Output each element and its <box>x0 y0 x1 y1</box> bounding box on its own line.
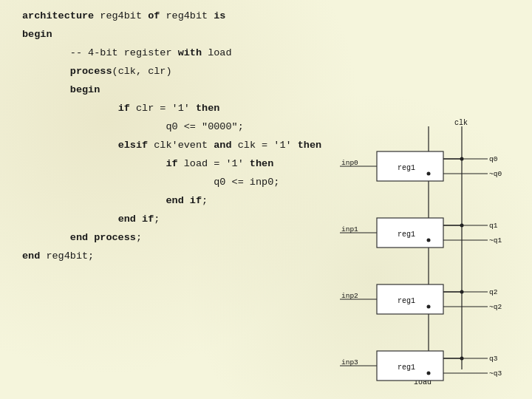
circuit-diagram: text { font-family: 'Courier New', monos… <box>340 115 517 381</box>
code-line-9: if load = '1' then <box>22 155 355 174</box>
code-line-7: q0 <= "0000"; <box>22 118 355 137</box>
svg-point-24 <box>460 290 464 294</box>
code-line-11: end if; <box>22 192 355 211</box>
code-line-5: begin <box>22 81 355 100</box>
code-line-8: elsif clk'event and clk = '1' then <box>22 137 355 155</box>
svg-point-23 <box>460 224 464 228</box>
inp2-label: inp2 <box>341 292 358 300</box>
code-line-10: q0 <= inp0; <box>22 174 355 192</box>
reg1-text-0: reg1 <box>398 164 415 172</box>
q2-label: q2 <box>489 288 498 296</box>
inp3-label: inp3 <box>341 358 358 366</box>
code-line-6: if clr = '1' then <box>22 100 355 118</box>
nq0-label: ~q0 <box>489 170 502 178</box>
svg-point-26 <box>427 172 431 176</box>
clk-label: clk <box>454 119 468 127</box>
svg-point-22 <box>460 157 464 161</box>
reg1-text-1: reg1 <box>398 231 415 239</box>
reg1-text-3: reg1 <box>398 364 415 372</box>
code-line-12: end if; <box>22 211 355 229</box>
code-line-14: end reg4bit; <box>22 248 355 266</box>
reg1-text-2: reg1 <box>398 297 415 305</box>
code-line-4: process(clk, clr) <box>22 63 355 81</box>
nq1-label: ~q1 <box>489 236 502 245</box>
code-line-2: begin <box>22 26 355 44</box>
code-line-3: -- 4-bit register with load <box>22 44 355 63</box>
inp1-label: inp1 <box>341 225 358 233</box>
q0-label: q0 <box>489 155 498 163</box>
svg-point-29 <box>427 372 431 375</box>
svg-point-27 <box>427 239 431 242</box>
circuit-svg: text { font-family: 'Courier New', monos… <box>340 115 517 388</box>
inp0-label: inp0 <box>341 159 358 167</box>
code-line-13: end process; <box>22 229 355 248</box>
svg-point-25 <box>460 357 464 361</box>
nq2-label: ~q2 <box>489 303 502 311</box>
nq3-label: ~q3 <box>489 369 502 378</box>
svg-point-28 <box>427 305 431 309</box>
code-panel: architecture reg4bit of reg4bit is begin… <box>22 7 355 266</box>
q1-label: q1 <box>489 222 498 230</box>
code-line-1: architecture reg4bit of reg4bit is <box>22 7 355 26</box>
q3-label: q3 <box>489 355 498 363</box>
